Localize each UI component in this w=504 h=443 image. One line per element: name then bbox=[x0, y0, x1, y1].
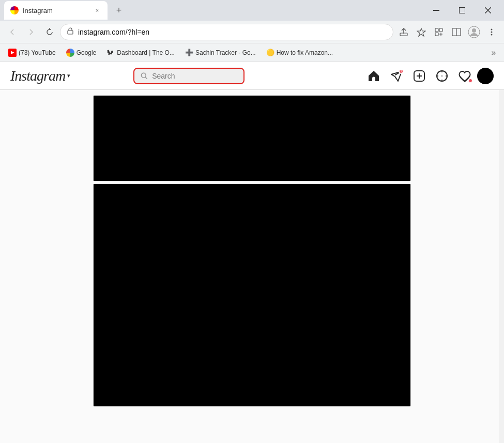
bookmark-dashboard-label: Dashboard | The O... bbox=[117, 49, 175, 56]
scrollbar[interactable] bbox=[499, 62, 504, 443]
more-options-button[interactable] bbox=[483, 24, 500, 40]
google-favicon bbox=[66, 49, 74, 57]
svg-line-18 bbox=[145, 77, 147, 79]
reload-button[interactable] bbox=[41, 24, 58, 40]
svg-point-16 bbox=[491, 34, 493, 35]
bookmark-youtube-label: (73) YouTube bbox=[19, 49, 56, 56]
instagram-header: Instagram ▾ 1 bbox=[0, 62, 504, 90]
search-icon bbox=[141, 72, 148, 80]
navigation-bar: instagram.com/?hl=en bbox=[0, 21, 504, 43]
home-button[interactable] bbox=[363, 66, 384, 86]
post-1 bbox=[93, 95, 411, 181]
share-button[interactable] bbox=[395, 24, 412, 40]
bookmark-sachin[interactable]: ➕ Sachin Tracker - Go... bbox=[181, 47, 260, 59]
maximize-button[interactable] bbox=[450, 2, 474, 19]
window-controls bbox=[424, 2, 500, 19]
post-1-image bbox=[94, 96, 410, 181]
post-2-image bbox=[94, 184, 410, 406]
new-tab-button[interactable]: + bbox=[112, 3, 126, 18]
svg-marker-6 bbox=[417, 28, 425, 36]
url-text: instagram.com/?hl=en bbox=[78, 28, 387, 36]
minimize-button[interactable] bbox=[424, 2, 448, 19]
tab-close-button[interactable]: × bbox=[93, 6, 101, 14]
bookmark-sachin-label: Sachin Tracker - Go... bbox=[195, 49, 256, 56]
search-box[interactable] bbox=[133, 68, 245, 84]
instagram-nav-icons: 1 bbox=[363, 66, 494, 86]
feed-container bbox=[93, 95, 411, 443]
profile-button[interactable] bbox=[466, 24, 482, 40]
direct-messages-button[interactable]: 1 bbox=[386, 66, 407, 86]
svg-point-13 bbox=[472, 28, 476, 33]
active-tab[interactable]: Instagram × bbox=[4, 1, 108, 20]
forward-button[interactable] bbox=[23, 24, 39, 40]
activity-notification-dot bbox=[468, 79, 472, 83]
svg-rect-8 bbox=[439, 28, 442, 32]
tab-title: Instagram bbox=[23, 7, 89, 14]
instagram-logo[interactable]: Instagram ▾ bbox=[10, 68, 70, 84]
nav-actions bbox=[395, 24, 500, 40]
instagram-feed bbox=[0, 90, 504, 443]
new-post-button[interactable] bbox=[409, 66, 430, 86]
back-button[interactable] bbox=[4, 24, 21, 40]
post-2 bbox=[93, 184, 411, 407]
svg-rect-4 bbox=[68, 30, 73, 34]
bookmark-dashboard[interactable]: 🐿 Dashboard | The O... bbox=[102, 47, 179, 59]
bookmark-amazon-label: How to fix Amazon... bbox=[277, 49, 333, 56]
bookmark-star-button[interactable] bbox=[413, 24, 430, 40]
svg-rect-1 bbox=[460, 8, 465, 13]
page-content: Instagram ▾ 1 bbox=[0, 62, 504, 443]
bookmark-google-label: Google bbox=[77, 49, 97, 56]
bookmark-youtube[interactable]: ▶ (73) YouTube bbox=[4, 47, 60, 59]
youtube-favicon: ▶ bbox=[8, 49, 17, 57]
dashboard-favicon: 🐿 bbox=[106, 49, 115, 57]
amazon-favicon: 🟡 bbox=[266, 49, 274, 57]
explore-button[interactable] bbox=[432, 66, 452, 86]
bookmark-amazon[interactable]: 🟡 How to fix Amazon... bbox=[262, 47, 337, 59]
activity-button[interactable] bbox=[454, 66, 475, 86]
title-bar: Instagram × + bbox=[0, 0, 504, 21]
address-bar[interactable]: instagram.com/?hl=en bbox=[60, 24, 393, 40]
instagram-logo-chevron[interactable]: ▾ bbox=[67, 72, 70, 79]
svg-rect-7 bbox=[435, 28, 438, 32]
more-bookmarks-button[interactable]: » bbox=[487, 47, 500, 59]
instagram-logo-text: Instagram bbox=[10, 68, 65, 84]
close-button[interactable] bbox=[476, 2, 500, 19]
bookmarks-bar: ▶ (73) YouTube Google 🐿 Dashboard | The … bbox=[0, 43, 504, 62]
browser-window: Instagram × + bbox=[0, 0, 504, 443]
svg-rect-0 bbox=[433, 10, 439, 11]
tab-favicon-instagram bbox=[10, 6, 19, 14]
sachin-favicon: ➕ bbox=[185, 49, 193, 57]
search-input[interactable] bbox=[152, 72, 237, 80]
extensions-button[interactable] bbox=[431, 24, 447, 40]
svg-rect-9 bbox=[435, 33, 438, 36]
notification-badge: 1 bbox=[399, 69, 404, 74]
split-view-button[interactable] bbox=[448, 24, 465, 40]
svg-point-25 bbox=[441, 75, 442, 77]
user-avatar[interactable] bbox=[477, 68, 494, 84]
svg-point-14 bbox=[491, 28, 493, 30]
svg-point-15 bbox=[491, 31, 493, 33]
bookmark-google[interactable]: Google bbox=[62, 47, 101, 59]
lock-icon bbox=[67, 27, 74, 36]
